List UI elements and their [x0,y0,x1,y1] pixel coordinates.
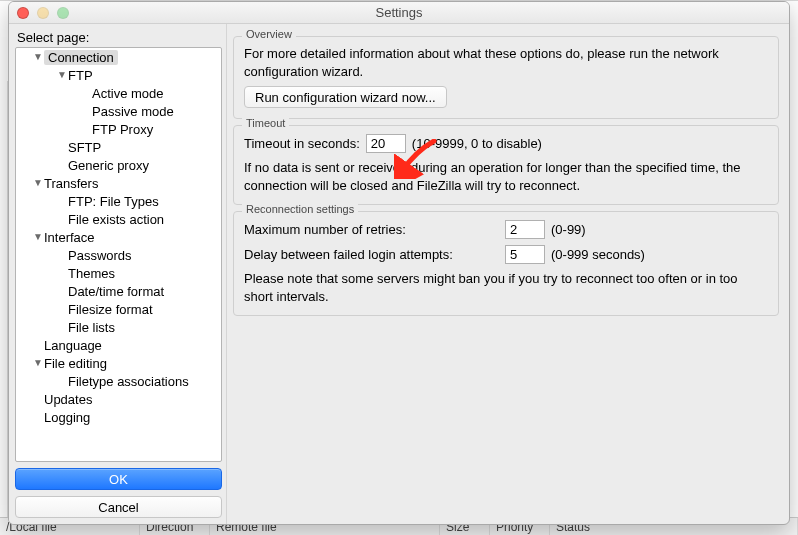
tree-item-label: Themes [68,266,115,281]
retries-hint: (0-99) [551,222,586,237]
tree-item-label: Updates [44,392,92,407]
tree-item[interactable]: FTP: File Types [16,192,221,210]
settings-dialog: Settings Select page: ▼Connection▼FTPAct… [8,1,790,525]
background-left-edge [0,81,8,517]
titlebar: Settings [9,2,789,24]
reconnect-title: Reconnection settings [242,203,358,215]
settings-content: Overview For more detailed information a… [227,24,789,524]
tree-item[interactable]: Passive mode [16,102,221,120]
delay-hint: (0-999 seconds) [551,247,645,262]
tree-item[interactable]: ▼File editing [16,354,221,372]
tree-item[interactable]: Generic proxy [16,156,221,174]
tree-item-label: Language [44,338,102,353]
delay-label: Delay between failed login attempts: [244,247,499,262]
tree-item[interactable]: Active mode [16,84,221,102]
timeout-group: Timeout Timeout in seconds: (10-9999, 0 … [233,125,779,205]
overview-group: Overview For more detailed information a… [233,36,779,119]
retries-input[interactable] [505,220,545,239]
tree-item[interactable]: ▼Connection [16,48,221,66]
tree-item-label: Connection [44,50,118,65]
tree-item-label: Filesize format [68,302,153,317]
tree-item[interactable]: Themes [16,264,221,282]
overview-title: Overview [242,28,296,40]
retries-label: Maximum number of retries: [244,222,499,237]
settings-tree[interactable]: ▼Connection▼FTPActive modePassive modeFT… [15,47,222,462]
tree-item-label: Transfers [44,176,98,191]
tree-item[interactable]: ▼Interface [16,228,221,246]
tree-item-label: FTP: File Types [68,194,159,209]
tree-item[interactable]: File lists [16,318,221,336]
tree-item-label: File lists [68,320,115,335]
tree-item-label: File exists action [68,212,164,227]
overview-text: For more detailed information about what… [244,45,768,80]
tree-item[interactable]: Filetype associations [16,372,221,390]
reconnect-note: Please note that some servers might ban … [244,270,768,305]
timeout-title: Timeout [242,117,289,129]
timeout-range-hint: (10-9999, 0 to disable) [412,136,542,151]
tree-item[interactable]: SFTP [16,138,221,156]
window-title: Settings [9,5,789,20]
tree-item[interactable]: ▼FTP [16,66,221,84]
delay-input[interactable] [505,245,545,264]
timeout-explain: If no data is sent or received during an… [244,159,768,194]
disclosure-triangle-icon[interactable]: ▼ [32,357,44,368]
tree-item-label: Logging [44,410,90,425]
run-wizard-button[interactable]: Run configuration wizard now... [244,86,447,108]
sidebar: Select page: ▼Connection▼FTPActive modeP… [9,24,227,524]
tree-item[interactable]: Language [16,336,221,354]
tree-item-label: Active mode [92,86,164,101]
disclosure-triangle-icon[interactable]: ▼ [56,69,68,80]
tree-item-label: Passwords [68,248,132,263]
tree-item[interactable]: ▼Transfers [16,174,221,192]
disclosure-triangle-icon[interactable]: ▼ [32,231,44,242]
tree-item-label: Interface [44,230,95,245]
tree-item[interactable]: Updates [16,390,221,408]
cancel-button[interactable]: Cancel [15,496,222,518]
tree-item-label: SFTP [68,140,101,155]
disclosure-triangle-icon[interactable]: ▼ [32,177,44,188]
disclosure-triangle-icon[interactable]: ▼ [32,51,44,62]
tree-item-label: Filetype associations [68,374,189,389]
select-page-label: Select page: [15,28,222,47]
tree-item[interactable]: Filesize format [16,300,221,318]
timeout-input[interactable] [366,134,406,153]
tree-item-label: FTP [68,68,93,83]
timeout-label: Timeout in seconds: [244,136,360,151]
tree-item[interactable]: FTP Proxy [16,120,221,138]
reconnect-group: Reconnection settings Maximum number of … [233,211,779,316]
tree-item-label: Generic proxy [68,158,149,173]
tree-item-label: FTP Proxy [92,122,153,137]
tree-item[interactable]: Passwords [16,246,221,264]
tree-item[interactable]: Logging [16,408,221,426]
tree-item[interactable]: Date/time format [16,282,221,300]
tree-item-label: Date/time format [68,284,164,299]
tree-item-label: Passive mode [92,104,174,119]
tree-item[interactable]: File exists action [16,210,221,228]
ok-button[interactable]: OK [15,468,222,490]
tree-item-label: File editing [44,356,107,371]
